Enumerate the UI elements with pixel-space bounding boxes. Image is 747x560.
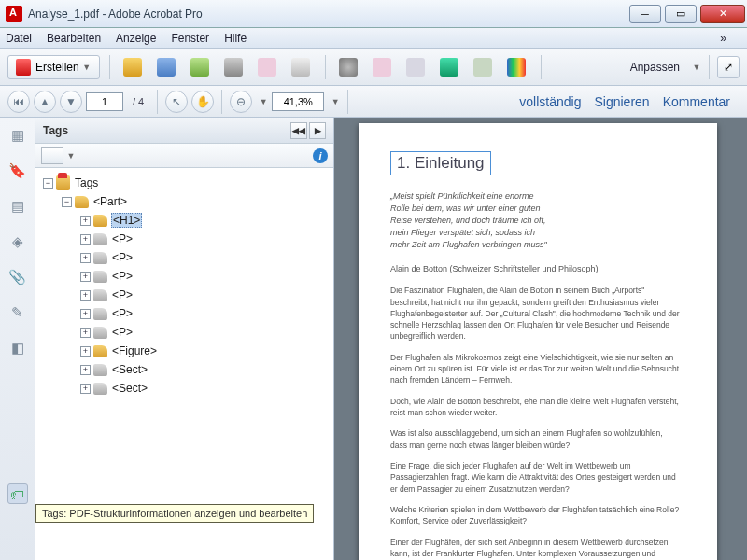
expand-icon[interactable]: + xyxy=(80,290,91,301)
menu-help[interactable]: Hilfe xyxy=(224,32,247,45)
tags-tab[interactable]: 🏷 xyxy=(7,483,28,504)
tree-label: <Sect> xyxy=(111,363,148,376)
page-number-input[interactable] xyxy=(86,92,123,111)
doc-paragraph: Welche Kriterien spielen in dem Wettbewe… xyxy=(390,504,680,527)
tool-button-5[interactable] xyxy=(470,55,498,79)
zoom-out-button[interactable]: ⊖ xyxy=(230,91,252,113)
expand-icon[interactable]: + xyxy=(80,309,91,319)
chevron-down-icon[interactable]: ▼ xyxy=(259,97,268,106)
menu-overflow[interactable]: » xyxy=(720,32,726,45)
tree-node-sect[interactable]: +<Sect> xyxy=(39,379,330,398)
menu-view[interactable]: Anzeige xyxy=(116,32,156,45)
hand-tool-button[interactable]: ✋ xyxy=(191,91,214,113)
first-page-button[interactable]: ⏮ xyxy=(7,91,30,113)
menu-file[interactable]: Datei xyxy=(6,32,32,45)
expand-icon[interactable]: + xyxy=(80,253,91,263)
tree-node-p[interactable]: +<P> xyxy=(39,323,330,342)
settings-button[interactable] xyxy=(335,55,363,79)
color-button[interactable] xyxy=(503,55,531,79)
thumbnails-tab[interactable]: ▦ xyxy=(7,125,28,146)
expand-icon[interactable]: + xyxy=(80,365,91,375)
tool-button-3[interactable] xyxy=(402,55,430,79)
doc-paragraph: Doch, wie Alain de Botton beschreibt, eh… xyxy=(390,396,680,419)
tree-node-p[interactable]: +<P> xyxy=(39,304,330,323)
tree-label: <Figure> xyxy=(111,344,158,357)
tree-node-sect[interactable]: +<Sect> xyxy=(39,360,330,379)
tab-full[interactable]: vollständig xyxy=(519,94,581,109)
chevron-down-icon[interactable]: ▼ xyxy=(66,151,76,161)
open-button[interactable] xyxy=(120,55,148,79)
tree-node-figure[interactable]: +<Figure> xyxy=(39,342,330,360)
tree-label: <P> xyxy=(111,270,134,283)
document-viewport[interactable]: 1. Einleitung „Meist spielt Pünktlichkei… xyxy=(334,118,747,560)
fullscreen-button[interactable]: ⤢ xyxy=(717,56,740,78)
titlebar: Analyse_1.pdf - Adobe Acrobat Pro ─ ▭ ✕ xyxy=(0,0,747,28)
tab-comment[interactable]: Kommentar xyxy=(663,94,730,109)
signatures-tab[interactable]: ✎ xyxy=(7,302,28,323)
tree-node-part[interactable]: − <Part> xyxy=(39,192,330,211)
minimize-button[interactable]: ─ xyxy=(629,5,661,23)
save-button[interactable] xyxy=(153,55,181,79)
chevron-down-icon[interactable]: ▼ xyxy=(692,63,701,72)
app-icon xyxy=(6,6,22,22)
tree-node-h1[interactable]: + <H1> xyxy=(39,211,330,230)
tag-icon xyxy=(75,196,89,208)
info-icon[interactable]: i xyxy=(313,148,328,163)
select-tool-button[interactable]: ↖ xyxy=(165,91,188,113)
tree-root[interactable]: − Tags xyxy=(39,174,330,192)
pdf-page: 1. Einleitung „Meist spielt Pünktlichkei… xyxy=(359,123,717,560)
expand-icon[interactable]: + xyxy=(80,328,91,338)
prev-page-button[interactable]: ▲ xyxy=(34,91,56,113)
panel-next-button[interactable]: ▶ xyxy=(309,122,326,139)
bookmarks-tab[interactable]: 🔖 xyxy=(7,161,28,181)
folder-open-icon xyxy=(123,58,142,77)
nav-sidebar: ▦ 🔖 ▤ ◈ 📎 ✎ ◧ 🏷 xyxy=(0,118,35,560)
collapse-icon[interactable]: − xyxy=(62,197,72,207)
expand-icon[interactable]: + xyxy=(80,234,91,245)
tab-sign[interactable]: Signieren xyxy=(594,94,649,109)
mail-button[interactable] xyxy=(288,55,316,79)
print-icon xyxy=(224,58,243,77)
cloud-button[interactable] xyxy=(187,55,215,79)
tree-node-p[interactable]: +<P> xyxy=(39,230,330,248)
create-button[interactable]: Erstellen ▼ xyxy=(7,55,100,79)
create-pdf-icon xyxy=(16,59,31,76)
menu-edit[interactable]: Bearbeiten xyxy=(47,32,101,45)
zoom-input[interactable] xyxy=(272,92,324,111)
mail-icon xyxy=(291,58,310,77)
share-button[interactable] xyxy=(254,55,282,79)
cloud-icon xyxy=(190,58,209,77)
collapse-icon[interactable]: − xyxy=(43,178,53,189)
tree-node-p[interactable]: +<P> xyxy=(39,286,330,304)
doc-attribution: Alain de Botton (Schweizer Schriftstelle… xyxy=(390,264,680,273)
tag-icon xyxy=(93,252,107,264)
tree-node-p[interactable]: +<P> xyxy=(39,248,330,267)
layers-tab[interactable]: ◈ xyxy=(7,231,28,252)
customize-button[interactable]: Anpassen xyxy=(625,61,685,74)
content-tab[interactable]: ◧ xyxy=(7,338,28,358)
expand-icon[interactable]: + xyxy=(80,346,91,357)
print-button[interactable] xyxy=(220,55,248,79)
doc-paragraph: Einer der Flughäfen, der sich seit Anbeg… xyxy=(390,537,680,560)
chevron-down-icon[interactable]: ▼ xyxy=(331,97,340,106)
close-button[interactable]: ✕ xyxy=(700,5,745,23)
maximize-button[interactable]: ▭ xyxy=(665,5,697,23)
options-button[interactable] xyxy=(41,147,63,164)
panel-prev-button[interactable]: ◀◀ xyxy=(290,122,307,139)
expand-icon[interactable]: + xyxy=(80,216,91,226)
tool-button-2[interactable] xyxy=(369,55,397,79)
share-icon xyxy=(258,58,276,77)
next-page-button[interactable]: ▼ xyxy=(60,91,82,113)
tree-label: <H1> xyxy=(111,213,142,228)
attachments-tab[interactable]: 📎 xyxy=(7,267,28,287)
tree-node-p[interactable]: +<P> xyxy=(39,267,330,286)
tags-panel: Tags ◀◀ ▶ ▼ i − Tags − <Part> + xyxy=(35,118,334,560)
stamp-button[interactable] xyxy=(436,55,464,79)
pages-tab[interactable]: ▤ xyxy=(7,196,28,217)
tree-label: <Part> xyxy=(92,195,128,208)
expand-icon[interactable]: + xyxy=(80,272,91,282)
doc-heading-selected[interactable]: 1. Einleitung xyxy=(390,151,491,175)
expand-icon[interactable]: + xyxy=(80,384,91,394)
menu-window[interactable]: Fenster xyxy=(171,32,209,45)
expand-icon: ⤢ xyxy=(724,61,733,74)
